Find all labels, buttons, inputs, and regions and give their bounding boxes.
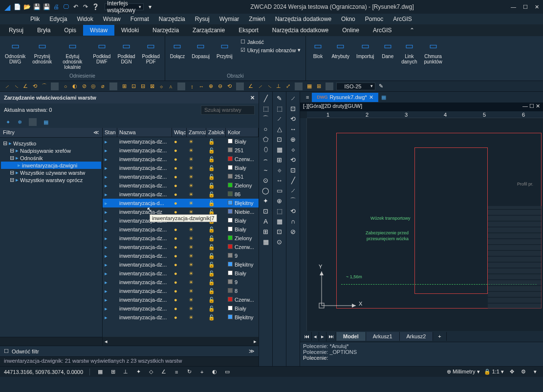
menu-widok[interactable]: Widok: [72, 15, 98, 23]
filter-tree-node[interactable]: ⊟ ▸ Wszystko: [1, 140, 101, 147]
filter-tree-node[interactable]: ⊟ ▸ Wszystkie warstwy oprócz: [1, 176, 101, 184]
dim-tool-icon[interactable]: ⊖: [216, 83, 224, 90]
tool-icon[interactable]: A: [261, 217, 270, 226]
ribbon-tab[interactable]: Rysuj: [2, 25, 30, 36]
invert-filter-checkbox[interactable]: ☐: [4, 348, 9, 354]
tool-icon[interactable]: ~: [261, 165, 270, 174]
dim-tool-icon[interactable]: ∠: [247, 83, 255, 90]
dim-tool-icon[interactable]: ⟑: [167, 83, 174, 90]
qat-saveas[interactable]: 💾: [43, 3, 50, 10]
dim-tool-icon[interactable]: ↕: [188, 83, 196, 90]
ribbon-button[interactable]: ▭Dane: [379, 38, 396, 60]
ribbon-tab[interactable]: Bryła: [30, 25, 57, 36]
grid-icon[interactable]: ⊞: [109, 368, 117, 376]
dim-tool-icon[interactable]: ▦: [305, 83, 313, 90]
ribbon-tab[interactable]: Narzędzia: [146, 25, 186, 36]
filter-tree-node[interactable]: ⊟ ▸ Nadpisywanie xrefów: [1, 147, 101, 154]
filter-tree-node[interactable]: ▸ inwentaryzacja-dzwigni: [1, 162, 101, 169]
tool-icon[interactable]: ⊞: [261, 227, 270, 236]
tool-icon[interactable]: ⟲: [289, 114, 298, 123]
ribbon-button[interactable]: ▭Chmurapunktów: [422, 38, 444, 65]
menu-narzędzia[interactable]: Narzędzia: [154, 15, 190, 23]
layer-row[interactable]: ▸inwentaryzacja-dz...●☀🔓Błękitny: [103, 313, 259, 322]
maximize-button[interactable]: ☐: [523, 4, 528, 10]
qat-undo[interactable]: ↶: [72, 3, 79, 10]
model-icon[interactable]: ▭: [223, 368, 231, 376]
ribbon-button[interactable]: ▭Atrybuty: [329, 38, 351, 60]
dim-tool-icon[interactable]: ⟋: [256, 83, 264, 90]
dim-tool-icon[interactable]: ⊞: [120, 83, 128, 90]
ribbon-tab[interactable]: ArcGIS: [366, 25, 399, 36]
osnap-icon[interactable]: ◇: [147, 368, 155, 376]
opt-quality[interactable]: ☐ Jakość: [239, 38, 303, 45]
units-display[interactable]: ⊕ Millimetry ▾: [447, 369, 480, 375]
menu-rysuj[interactable]: Rysuj: [190, 15, 215, 23]
ortho-icon[interactable]: ⊥: [122, 368, 130, 376]
tool-icon[interactable]: ⟐: [289, 145, 298, 154]
qat-print[interactable]: 🖨: [53, 3, 60, 10]
qat-preview[interactable]: 🖵: [63, 3, 69, 10]
new-tab-icon[interactable]: ▦: [378, 93, 389, 102]
dim-tool-icon[interactable]: ⟍: [12, 83, 20, 90]
tool-icon[interactable]: ▦: [261, 237, 270, 246]
tab-model[interactable]: Model: [336, 332, 366, 341]
dim-tool-icon[interactable]: ⟲: [225, 83, 233, 90]
menu-zmień[interactable]: Zmień: [244, 15, 270, 23]
hscroll-right-icon[interactable]: ▸: [254, 338, 257, 345]
tool-icon[interactable]: ○: [261, 124, 270, 133]
tool-icon[interactable]: ⌢: [261, 155, 270, 164]
col-color[interactable]: Kolor: [226, 128, 259, 137]
menu-arcgis[interactable]: ArcGIS: [388, 15, 417, 23]
anno-icon[interactable]: ✥: [508, 368, 516, 376]
dim-tool-icon[interactable]: ○: [62, 83, 69, 90]
filter-tree-node[interactable]: ⊟ ▸ Wszystkie używane warstw: [1, 169, 101, 176]
dim-tool-icon[interactable]: ⟍: [265, 83, 273, 90]
filter-tree-node[interactable]: ⊟ ▸ Odnośnik: [1, 154, 101, 162]
layer-row[interactable]: ▸inwentaryzacja-dz...●☀🔓Czerw...: [103, 295, 259, 304]
menu-wstaw[interactable]: Wstaw: [98, 15, 126, 23]
tool-icon[interactable]: ⬯: [261, 145, 270, 154]
filters-collapse-icon[interactable]: ≪: [93, 129, 99, 136]
col-on[interactable]: Włąc: [172, 128, 187, 137]
dim-tool-icon[interactable]: ⊠: [148, 83, 156, 90]
vp-minimize-icon[interactable]: —: [522, 103, 528, 109]
otrack-icon[interactable]: ∠: [160, 368, 168, 376]
layer-row[interactable]: ▸inwentaryzacja-dz...●☀🔓Biały: [103, 269, 259, 278]
col-name[interactable]: Nazwa: [117, 128, 172, 137]
tab-close-icon[interactable]: ✕: [369, 94, 373, 101]
dim-tool-icon[interactable]: ◐: [71, 83, 79, 90]
close-button[interactable]: ✕: [535, 4, 539, 10]
app-icon[interactable]: ◢: [4, 3, 11, 10]
layer-row[interactable]: ▸inwentaryzacja-dz...●☀🔓Biały: [103, 225, 259, 234]
tool-icon[interactable]: ⬚: [275, 104, 284, 113]
tool-icon[interactable]: ⟋: [289, 94, 298, 103]
qat-save[interactable]: 💾: [33, 3, 40, 10]
transparency-icon[interactable]: ◐: [211, 368, 218, 376]
lpm-close-icon[interactable]: ✕: [250, 95, 255, 101]
dim-tool-icon[interactable]: ⌀: [99, 83, 107, 90]
gear-icon[interactable]: ⚙: [520, 368, 527, 376]
hscroll-left-icon[interactable]: ◂: [105, 338, 108, 345]
tab-last-icon[interactable]: ⏭: [326, 332, 336, 341]
layer-row[interactable]: ▸inwentaryzacja-dz...●☀🔓9: [103, 278, 259, 287]
tool-icon[interactable]: ⊞: [275, 155, 284, 164]
menu-okno[interactable]: Okno: [336, 15, 360, 23]
dim-tool-icon[interactable]: ⌒: [40, 83, 48, 90]
ribbon-tab[interactable]: Narzędzia dodatkowe: [265, 25, 335, 36]
tool-icon[interactable]: ╱: [289, 176, 298, 185]
dim-tool-icon[interactable]: ⟲: [31, 83, 39, 90]
layer-row[interactable]: ▸inwentaryzacja-dz...●☀🔓Błękitny: [103, 260, 259, 269]
tool-icon[interactable]: ✦: [261, 196, 270, 205]
ribbon-tab[interactable]: Zarządzanie: [186, 25, 232, 36]
ribbon-button[interactable]: ▭Dopasuj: [190, 38, 212, 60]
qat-open[interactable]: 📂: [23, 3, 30, 10]
menu-narzędzia dodatkowe[interactable]: Narzędzia dodatkowe: [270, 15, 336, 23]
dim-tool-icon[interactable]: ⟋: [3, 83, 11, 90]
dim-tool-icon[interactable]: ∠: [22, 83, 29, 90]
tool-icon[interactable]: ⊙: [275, 237, 284, 246]
tab-layout2[interactable]: Arkusz2: [400, 332, 434, 341]
dim-tool-icon[interactable]: ⟐: [157, 83, 165, 90]
dimstyle-edit-icon[interactable]: ✎: [377, 83, 385, 90]
ribbon-button[interactable]: ▭Dołącz: [168, 38, 187, 60]
menu-pomoc[interactable]: Pomoc: [360, 15, 388, 23]
